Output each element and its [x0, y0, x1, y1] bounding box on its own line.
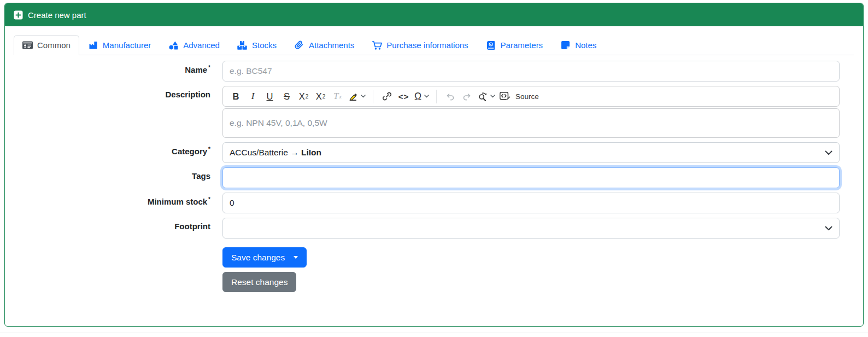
page: Create new part Common Manufacturer — [0, 0, 868, 337]
paperclip-icon — [294, 40, 304, 50]
underline-button[interactable]: U — [261, 88, 278, 104]
editor-toolbar: B I U S X2 X2 Tx — [222, 86, 840, 107]
boxes-icon — [237, 41, 248, 50]
page-title: Create new part — [28, 10, 86, 20]
name-input[interactable] — [222, 61, 840, 82]
id-card-icon — [22, 41, 33, 49]
chevron-down-icon — [825, 226, 832, 231]
tab-manufacturer[interactable]: Manufacturer — [79, 35, 160, 55]
source-code-icon — [500, 92, 511, 101]
find-replace-icon — [478, 92, 488, 101]
link-icon — [383, 92, 391, 101]
required-asterisk: * — [208, 146, 210, 152]
description-label: Description — [14, 86, 222, 99]
highlight-button[interactable] — [346, 88, 368, 104]
caret-down-icon — [294, 256, 298, 259]
required-asterisk: * — [208, 196, 210, 202]
chevron-down-icon — [361, 95, 366, 98]
tab-parameters[interactable]: Parameters — [477, 35, 552, 55]
omega-icon: Ω — [414, 91, 421, 102]
card-header: Create new part — [5, 3, 863, 26]
reset-changes-button[interactable]: Reset changes — [222, 272, 296, 292]
italic-button[interactable]: I — [244, 88, 261, 104]
footprint-label: Footprint — [14, 218, 222, 231]
toolbar-separator — [436, 90, 437, 103]
part-form: Name* Description B I U S X2 — [14, 61, 854, 292]
description-placeholder: e.g. NPN 45V, 0,1A, 0,5W — [230, 118, 327, 128]
tab-label: Notes — [575, 40, 596, 50]
tab-notes[interactable]: Notes — [552, 35, 605, 55]
chevron-down-icon — [490, 95, 495, 98]
book-icon — [486, 41, 496, 50]
tab-label: Stocks — [252, 40, 277, 50]
redo-icon — [462, 92, 472, 101]
category-row: Category* ACCus/Batterie → LiIon — [14, 142, 854, 163]
shopping-cart-icon — [372, 41, 382, 50]
chevron-down-icon — [424, 95, 429, 98]
footprint-row: Footprint — [14, 218, 854, 239]
tags-row: Tags — [14, 167, 854, 188]
redo-button — [459, 88, 476, 104]
card-body: Common Manufacturer Advanced — [5, 26, 863, 292]
minimum-stock-input[interactable] — [222, 193, 840, 213]
tab-common[interactable]: Common — [14, 35, 79, 55]
chevron-down-icon — [825, 150, 832, 155]
remove-format-button: Tx — [329, 88, 346, 104]
description-row: Description B I U S X2 X2 Tx — [14, 86, 854, 138]
subscript-button[interactable]: X2 — [295, 88, 312, 104]
tab-advanced[interactable]: Advanced — [160, 35, 228, 55]
undo-button — [442, 88, 459, 104]
source-label: Source — [515, 92, 539, 101]
plus-square-icon — [14, 10, 23, 20]
tab-label: Common — [37, 40, 71, 50]
minimum-stock-row: Minimum stock* — [14, 193, 854, 213]
required-asterisk: * — [208, 65, 210, 71]
name-row: Name* — [14, 61, 854, 82]
actions-row: Save changes Reset changes — [14, 247, 854, 292]
tab-attachments[interactable]: Attachments — [285, 35, 363, 55]
tab-label: Attachments — [309, 40, 354, 50]
toolbar-separator — [373, 90, 373, 103]
tab-stocks[interactable]: Stocks — [228, 35, 285, 55]
source-button[interactable]: Source — [497, 88, 541, 104]
find-replace-button[interactable] — [476, 88, 497, 104]
tab-label: Advanced — [183, 40, 220, 50]
minimum-stock-label: Minimum stock* — [14, 193, 222, 206]
tab-label: Parameters — [501, 40, 543, 50]
undo-icon — [445, 92, 455, 101]
tags-input[interactable] — [222, 167, 840, 188]
description-editor[interactable]: e.g. NPN 45V, 0,1A, 0,5W — [222, 108, 840, 138]
superscript-button[interactable]: X2 — [312, 88, 329, 104]
category-label: Category* — [14, 142, 222, 156]
category-value-selected: LiIon — [301, 148, 321, 157]
highlighter-icon — [348, 91, 358, 101]
create-part-card: Create new part Common Manufacturer — [4, 3, 864, 327]
save-changes-button[interactable]: Save changes — [222, 247, 307, 268]
code-button[interactable]: <> — [395, 88, 412, 104]
factory-icon — [88, 41, 98, 49]
page-divider — [0, 333, 868, 333]
footprint-select[interactable] — [222, 218, 840, 239]
strikethrough-button[interactable]: S — [278, 88, 295, 104]
tab-label: Manufacturer — [103, 40, 151, 50]
name-label: Name* — [14, 61, 222, 74]
category-value-path: ACCus/Batterie → — [230, 148, 301, 157]
tags-label: Tags — [14, 167, 222, 181]
category-select[interactable]: ACCus/Batterie → LiIon — [222, 142, 840, 163]
tab-label: Purchase informations — [386, 40, 468, 50]
shapes-icon — [168, 41, 179, 50]
link-button[interactable] — [378, 88, 395, 104]
tab-purchase-informations[interactable]: Purchase informations — [363, 35, 477, 55]
bold-button[interactable]: B — [227, 88, 244, 104]
tab-bar: Common Manufacturer Advanced — [14, 35, 854, 55]
special-character-button[interactable]: Ω — [412, 88, 431, 104]
sticky-note-icon — [560, 41, 571, 49]
